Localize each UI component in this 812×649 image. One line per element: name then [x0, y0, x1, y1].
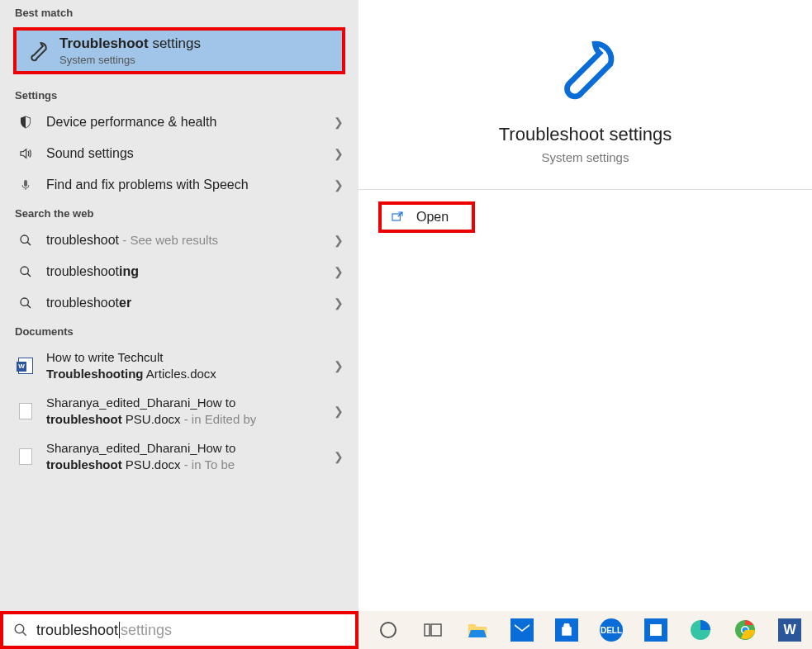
- chevron-right-icon: ❯: [334, 116, 344, 129]
- sound-icon: [15, 146, 36, 161]
- wrench-icon: [548, 33, 623, 107]
- section-settings: Settings: [0, 83, 359, 107]
- search-icon: [15, 234, 36, 247]
- svg-point-10: [381, 623, 396, 637]
- settings-item-speech[interactable]: Find and fix problems with Speech ❯: [0, 169, 359, 201]
- svg-rect-12: [431, 624, 441, 636]
- search-input[interactable]: troubleshoot settings: [0, 611, 359, 649]
- chevron-right-icon: ❯: [334, 296, 344, 310]
- search-results-panel: Best match Troubleshoot settings System …: [0, 0, 359, 611]
- chevron-right-icon: ❯: [334, 234, 344, 247]
- svg-line-4: [27, 273, 31, 277]
- document-result-0[interactable]: W How to write Techcult Troubleshooting …: [0, 343, 359, 388]
- document-result-2[interactable]: Sharanya_edited_Dharani_How to troublesh…: [0, 433, 359, 479]
- text-cursor: [119, 622, 120, 638]
- search-icon: [15, 265, 36, 278]
- divider: [359, 189, 812, 190]
- chrome-icon[interactable]: [732, 617, 758, 643]
- store-icon[interactable]: [553, 617, 580, 643]
- mic-icon: [15, 178, 36, 192]
- detail-subtitle: System settings: [542, 150, 629, 164]
- web-result-1[interactable]: troubleshooting ❯: [0, 256, 359, 287]
- chevron-right-icon: ❯: [334, 405, 344, 418]
- svg-point-1: [21, 235, 28, 243]
- section-best-match: Best match: [0, 0, 359, 24]
- best-match-result[interactable]: Troubleshoot settings System settings: [13, 27, 345, 74]
- svg-point-7: [15, 624, 24, 633]
- open-button[interactable]: Open: [378, 201, 475, 233]
- svg-rect-11: [425, 624, 430, 636]
- svg-point-3: [21, 267, 28, 274]
- settings-item-sound[interactable]: Sound settings ❯: [0, 138, 359, 169]
- svg-point-5: [21, 298, 28, 306]
- document-result-1[interactable]: Sharanya_edited_Dharani_How to troublesh…: [0, 388, 359, 433]
- detail-title: Troubleshoot settings: [499, 124, 672, 145]
- search-icon: [13, 623, 28, 637]
- open-icon: [390, 211, 405, 224]
- search-typed-text: troubleshoot: [36, 622, 118, 639]
- svg-rect-0: [24, 180, 27, 187]
- dell-icon[interactable]: DELL: [598, 617, 624, 643]
- chevron-right-icon: ❯: [334, 450, 344, 463]
- mail-icon[interactable]: [509, 617, 535, 643]
- taskview-icon[interactable]: [420, 617, 446, 643]
- detail-panel: Troubleshoot settings System settings Op…: [359, 0, 812, 611]
- svg-line-6: [27, 305, 31, 308]
- wrench-icon: [25, 37, 53, 65]
- file-icon: [15, 448, 36, 465]
- chevron-right-icon: ❯: [334, 359, 344, 372]
- word-icon[interactable]: W: [776, 617, 803, 643]
- chevron-right-icon: ❯: [334, 178, 344, 192]
- cortana-icon[interactable]: [375, 617, 401, 643]
- search-icon: [15, 296, 36, 310]
- file-icon: [15, 403, 36, 419]
- chevron-right-icon: ❯: [334, 147, 344, 160]
- web-result-0[interactable]: troubleshoot - See web results ❯: [0, 225, 359, 256]
- svg-line-8: [22, 632, 26, 636]
- svg-rect-9: [392, 214, 400, 220]
- taskbar: DELL W: [359, 611, 812, 649]
- edge-icon[interactable]: [687, 617, 714, 643]
- chevron-right-icon: ❯: [334, 265, 344, 278]
- office-icon[interactable]: [643, 617, 669, 643]
- web-result-2[interactable]: troubleshooter ❯: [0, 287, 359, 319]
- shield-icon: [15, 115, 36, 130]
- file-explorer-icon[interactable]: [464, 617, 491, 643]
- svg-line-2: [27, 242, 31, 245]
- settings-item-device-performance[interactable]: Device performance & health ❯: [0, 107, 359, 138]
- section-search-web: Search the web: [0, 201, 359, 225]
- open-label: Open: [416, 210, 449, 225]
- section-documents: Documents: [0, 319, 359, 343]
- word-doc-icon: W: [15, 358, 36, 374]
- best-match-text: Troubleshoot settings System settings: [59, 36, 201, 66]
- search-hint-text: settings: [121, 622, 172, 639]
